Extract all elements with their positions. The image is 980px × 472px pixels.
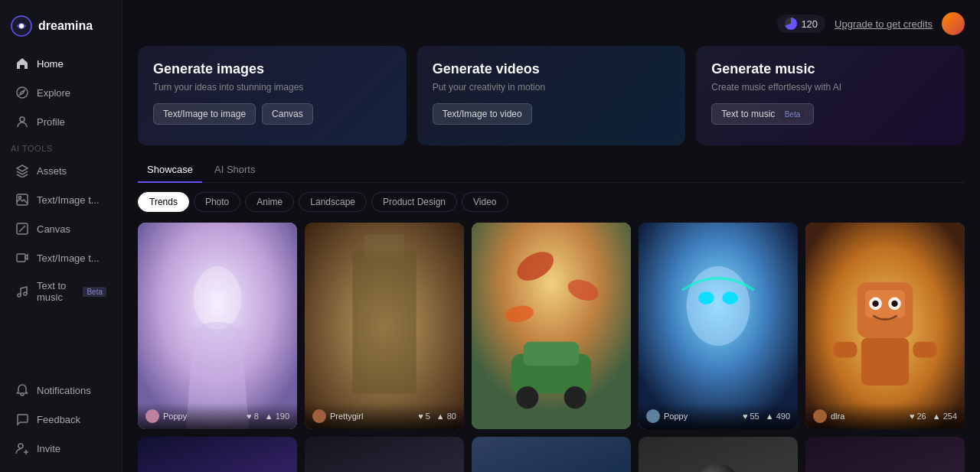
generate-images-card: Generate images Turn your ideas into stu… [138, 46, 407, 145]
gallery-item-1-overlay: Poppy ♥ 8 ▲ 190 [138, 403, 297, 429]
gallery-item-6[interactable] [138, 437, 297, 472]
layers-icon [15, 164, 29, 177]
sidebar-item-invite[interactable]: Invite [5, 435, 117, 462]
gallery-avatar-5 [813, 409, 827, 423]
gallery-item-1[interactable]: Poppy ♥ 8 ▲ 190 [138, 223, 297, 429]
svg-point-2 [17, 87, 28, 98]
image-icon [15, 193, 29, 207]
gallery-stats-2: ♥ 5 ▲ 80 [418, 412, 456, 421]
gallery-grid: Poppy ♥ 8 ▲ 190 [138, 223, 965, 472]
filter-landscape[interactable]: Landscape [299, 192, 367, 212]
gallery-item-5[interactable]: dlra ♥ 26 ▲ 254 [805, 223, 965, 429]
sidebar-item-profile[interactable]: Profile [5, 108, 117, 135]
cards-row: Generate images Turn your ideas into stu… [138, 46, 965, 145]
music-card-buttons: Text to music Beta [711, 103, 949, 125]
music-card-subtitle: Create music effortlessly with AI [711, 82, 949, 93]
sidebar-item-home[interactable]: Home [5, 50, 117, 77]
home-icon [15, 57, 29, 70]
sidebar-item-text-video[interactable]: Text/Image t... [5, 244, 117, 272]
gallery-item-2[interactable]: Prettygirl ♥ 5 ▲ 80 [305, 223, 464, 429]
gallery-username-1: Poppy [163, 412, 187, 421]
sidebar-item-profile-label: Profile [37, 116, 65, 128]
gallery-stats-5: ♥ 26 ▲ 254 [910, 412, 957, 421]
svg-rect-21 [524, 342, 580, 366]
sidebar-item-notifications-label: Notifications [37, 385, 91, 396]
gallery-img-3-svg [472, 223, 631, 429]
images-card-buttons: Text/Image to image Canvas [153, 103, 391, 125]
sidebar-item-canvas[interactable]: Canvas [5, 215, 117, 243]
tab-showcase[interactable]: Showcase [138, 159, 202, 183]
svg-rect-14 [352, 250, 416, 393]
tabs-row: Showcase AI Shorts [138, 159, 965, 183]
main-content: 120 Upgrade to get credits Generate imag… [122, 0, 980, 472]
gallery-likes-2: ♥ 5 [418, 412, 430, 421]
svg-point-10 [18, 444, 23, 448]
videos-card-buttons: Text/Image to video [433, 103, 671, 125]
filter-photo[interactable]: Photo [194, 192, 240, 212]
gallery-item-4-overlay: Poppy ♥ 55 ▲ 490 [639, 403, 798, 429]
sidebar-item-explore[interactable]: Explore [5, 79, 117, 106]
video-icon [15, 251, 29, 265]
gallery-img-2-svg [305, 223, 464, 429]
videos-card-title: Generate videos [433, 61, 671, 77]
gallery-item-7[interactable] [305, 437, 464, 472]
credits-circle-icon [785, 18, 797, 30]
svg-rect-39 [913, 342, 936, 358]
gallery-item-9[interactable] [639, 437, 798, 472]
generate-videos-card: Generate videos Put your creativity in m… [417, 46, 686, 145]
brush-icon [15, 222, 29, 236]
svg-point-12 [194, 266, 241, 330]
svg-rect-16 [472, 223, 631, 429]
gallery-user-2: Prettygirl [312, 409, 363, 423]
gallery-item-10[interactable] [805, 437, 965, 472]
text-to-video-button[interactable]: Text/Image to video [433, 103, 532, 125]
gallery-item-4[interactable]: Poppy ♥ 55 ▲ 490 [639, 223, 798, 429]
gallery-avatar-1 [145, 409, 159, 423]
gallery-stats-1: ♥ 8 ▲ 190 [247, 412, 289, 421]
gallery-username-2: Prettygirl [330, 412, 363, 421]
gallery-col-1: Poppy ♥ 8 ▲ 190 [138, 223, 297, 472]
sidebar-item-text-image[interactable]: Text/Image t... [5, 186, 117, 213]
images-card-subtitle: Turn your ideas into stunning images [153, 82, 391, 93]
upgrade-link[interactable]: Upgrade to get credits [835, 18, 933, 30]
gallery-user-1: Poppy [145, 409, 187, 423]
images-card-title: Generate images [153, 61, 391, 77]
sidebar-item-feedback-label: Feedback [37, 414, 80, 425]
credits-badge: 120 [777, 15, 825, 33]
user-icon [15, 115, 29, 129]
text-music-beta-badge: Beta [83, 287, 106, 297]
sidebar-item-text-music[interactable]: Text to music Beta [5, 273, 117, 310]
svg-point-26 [698, 291, 714, 304]
filter-product-design[interactable]: Product Design [371, 192, 457, 212]
user-avatar[interactable] [942, 12, 965, 35]
sidebar-item-explore-label: Explore [37, 87, 70, 99]
sidebar-item-notifications[interactable]: Notifications [5, 376, 117, 404]
gallery-item-8[interactable] [472, 437, 631, 472]
tab-ai-shorts[interactable]: AI Shorts [205, 159, 264, 183]
svg-point-36 [891, 301, 897, 307]
svg-point-8 [18, 294, 21, 297]
gallery-likes-1: ♥ 8 [247, 412, 259, 421]
svg-point-22 [516, 386, 538, 409]
svg-rect-38 [833, 342, 857, 358]
topbar: 120 Upgrade to get credits [138, 12, 965, 35]
text-to-image-button[interactable]: Text/Image to image [153, 103, 256, 125]
filter-anime[interactable]: Anime [245, 192, 294, 212]
filter-trends[interactable]: Trends [138, 192, 189, 212]
gallery-col-4: Poppy ♥ 55 ▲ 490 [639, 223, 798, 472]
gallery-item-3[interactable] [472, 223, 631, 429]
text-to-music-button[interactable]: Text to music Beta [711, 103, 814, 125]
gallery-username-4: Poppy [664, 412, 688, 421]
filter-row: Trends Photo Anime Landscape Product Des… [138, 192, 965, 212]
gallery-user-4: Poppy [646, 409, 688, 423]
canvas-button[interactable]: Canvas [262, 103, 313, 125]
filter-video[interactable]: Video [462, 192, 508, 212]
videos-card-subtitle: Put your creativity in motion [433, 82, 671, 93]
svg-point-9 [24, 292, 27, 295]
gallery-likes-5: ♥ 26 [910, 412, 926, 421]
sidebar-item-assets[interactable]: Assets [5, 157, 117, 184]
sidebar: dreamina Home Explore Profile AI tools A… [0, 0, 122, 472]
gallery-avatar-2 [312, 409, 326, 423]
sidebar-item-feedback[interactable]: Feedback [5, 405, 117, 433]
svg-point-28 [695, 464, 741, 472]
